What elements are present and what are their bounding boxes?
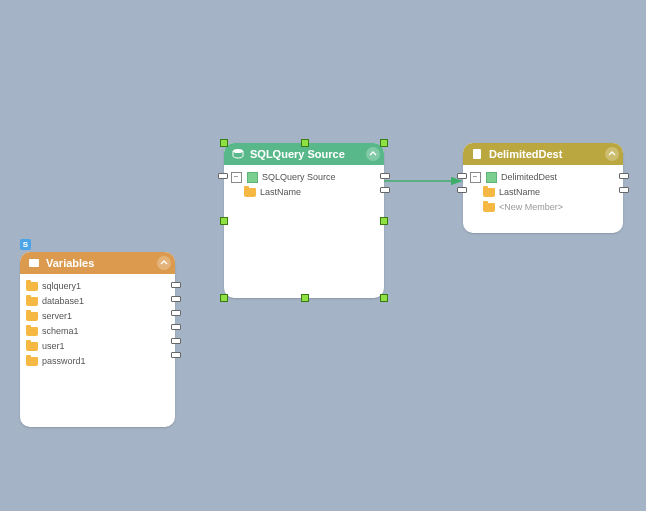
field-label: database1	[42, 296, 84, 306]
output-port[interactable]	[171, 296, 181, 302]
output-port[interactable]	[380, 187, 390, 193]
resize-handle-w[interactable]	[220, 217, 228, 225]
input-port[interactable]	[457, 173, 467, 179]
resize-handle-s[interactable]	[301, 294, 309, 302]
node-header[interactable]: Variables	[20, 252, 175, 274]
variables-icon	[28, 257, 40, 269]
folder-icon	[26, 341, 38, 351]
dest-entity-icon	[485, 172, 497, 182]
resize-handle-se[interactable]	[380, 294, 388, 302]
output-port[interactable]	[171, 282, 181, 288]
field-row[interactable]: LastName	[230, 185, 378, 199]
folder-icon	[244, 187, 256, 197]
output-port[interactable]	[171, 310, 181, 316]
field-label: password1	[42, 356, 86, 366]
etl-canvas[interactable]: S SQLQuery Source − SQLQuery Source	[0, 0, 646, 511]
resize-handle-ne[interactable]	[380, 139, 388, 147]
resize-handle-nw[interactable]	[220, 139, 228, 147]
output-port[interactable]	[619, 173, 629, 179]
field-label: sqlquery1	[42, 281, 81, 291]
input-port[interactable]	[457, 187, 467, 193]
field-row[interactable]: server1	[26, 309, 169, 323]
node-header[interactable]: DelimitedDest	[463, 143, 623, 165]
folder-icon	[483, 187, 495, 197]
field-row[interactable]: schema1	[26, 324, 169, 338]
folder-icon	[26, 326, 38, 336]
expand-icon[interactable]: −	[230, 172, 242, 182]
node-delimited-dest[interactable]: DelimitedDest − DelimitedDest LastName <…	[463, 143, 623, 233]
field-label: <New Member>	[499, 202, 563, 212]
node-title: SQLQuery Source	[250, 148, 345, 160]
node-title: DelimitedDest	[489, 148, 562, 160]
output-port[interactable]	[171, 324, 181, 330]
folder-icon	[26, 356, 38, 366]
field-row[interactable]: − SQLQuery Source	[230, 170, 378, 184]
collapse-button[interactable]	[157, 256, 171, 270]
field-row[interactable]: LastName	[469, 185, 617, 199]
field-row[interactable]: − DelimitedDest	[469, 170, 617, 184]
field-row[interactable]: sqlquery1	[26, 279, 169, 293]
output-port[interactable]	[380, 173, 390, 179]
node-variables[interactable]: Variables sqlquery1 database1 server1 sc…	[20, 252, 175, 427]
field-label: server1	[42, 311, 72, 321]
output-port[interactable]	[171, 338, 181, 344]
svg-rect-2	[473, 149, 481, 159]
field-row[interactable]: user1	[26, 339, 169, 353]
resize-handle-sw[interactable]	[220, 294, 228, 302]
expand-icon[interactable]: −	[469, 172, 481, 182]
node-body: − DelimitedDest LastName <New Member>	[463, 165, 623, 221]
folder-icon	[26, 281, 38, 291]
collapse-button[interactable]	[366, 147, 380, 161]
output-port[interactable]	[171, 352, 181, 358]
node-sqlquery-source[interactable]: SQLQuery Source − SQLQuery Source LastNa…	[224, 143, 384, 298]
field-row[interactable]: database1	[26, 294, 169, 308]
folder-icon	[26, 311, 38, 321]
field-row[interactable]: password1	[26, 354, 169, 368]
svg-point-1	[233, 149, 243, 153]
field-label: schema1	[42, 326, 79, 336]
resize-handle-e[interactable]	[380, 217, 388, 225]
output-port[interactable]	[619, 187, 629, 193]
node-title: Variables	[46, 257, 94, 269]
folder-icon	[483, 202, 495, 212]
folder-icon	[26, 296, 38, 306]
resize-handle-n[interactable]	[301, 139, 309, 147]
node-body: sqlquery1 database1 server1 schema1 user…	[20, 274, 175, 375]
field-label: SQLQuery Source	[262, 172, 336, 182]
source-entity-icon	[246, 172, 258, 182]
field-label: DelimitedDest	[501, 172, 557, 182]
field-label: user1	[42, 341, 65, 351]
field-label: LastName	[260, 187, 301, 197]
field-row-new[interactable]: <New Member>	[469, 200, 617, 214]
svg-rect-3	[29, 259, 39, 267]
database-icon	[232, 148, 244, 160]
collapse-button[interactable]	[605, 147, 619, 161]
node-body: − SQLQuery Source LastName	[224, 165, 384, 206]
script-badge: S	[20, 239, 31, 250]
file-icon	[471, 148, 483, 160]
field-label: LastName	[499, 187, 540, 197]
input-port[interactable]	[218, 173, 228, 179]
